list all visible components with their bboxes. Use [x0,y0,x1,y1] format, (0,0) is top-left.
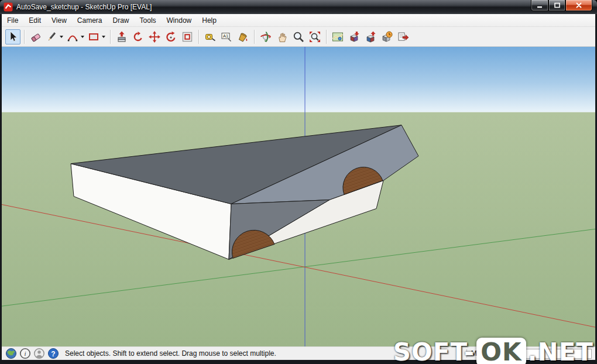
toolbar-separator [198,30,199,44]
line-dropdown-arrow-icon[interactable] [60,36,63,38]
addlocation-tool-button[interactable] [330,29,345,44]
pan-tool-button[interactable] [275,29,290,44]
offset-icon [181,31,193,43]
watermark-part1: SOFT- [393,338,475,364]
sendlayout-tool-button[interactable] [396,29,411,44]
rectangle-tool-button[interactable] [87,29,107,44]
sharemodel-icon [365,31,376,43]
toolbar-separator [110,30,111,44]
rectangle-dropdown-arrow-icon[interactable] [102,36,105,38]
orbit-tool-button[interactable] [258,29,273,44]
status-message: Select objects. Shift to extend select. … [65,349,276,358]
eraser-icon [30,31,42,43]
watermark-part3: .NET [528,338,593,364]
pan-icon [276,31,288,43]
sendlayout-icon [397,31,409,43]
text-tool-button[interactable]: A1 [219,29,234,44]
rotate-tool-button[interactable] [163,29,179,44]
svg-text:?: ? [51,350,55,358]
sky [2,47,595,112]
addlocation-icon [332,31,344,43]
zoomext-tool-button[interactable] [307,29,322,44]
arc-icon [67,31,78,43]
signin-status-icon[interactable] [33,348,45,359]
3d-scene [2,47,595,346]
select-tool-button[interactable] [5,29,20,44]
menu-camera[interactable]: Camera [72,15,108,26]
toolbar-separator [326,30,327,44]
window-frame: FileEditViewCameraDrawToolsWindowHelp A1 [2,14,595,360]
close-button[interactable] [565,0,592,11]
toolbar: A1 [2,27,595,47]
select-icon [7,31,19,43]
status-icons: i? [5,348,59,359]
help-status-icon[interactable]: ? [47,348,59,359]
pushpull-icon [116,31,128,43]
svg-text:A1: A1 [223,33,228,39]
toolbar-separator [24,30,25,44]
pushpull-tool-button[interactable] [114,29,129,44]
move-icon [149,31,160,43]
menu-edit[interactable]: Edit [23,15,46,26]
sharemodel-tool-button[interactable] [363,29,378,44]
toolbar-separator [254,30,255,44]
tape-tool-button[interactable] [203,29,218,44]
cubeclock-icon [381,31,393,43]
svg-text:i: i [24,350,26,357]
app-window: AutoSave_sketchup - SketchUp Pro [EVAL] … [0,0,597,364]
watermark-part2: OK [476,338,526,364]
arc-tool-button[interactable] [66,29,85,44]
eraser-tool-button[interactable] [28,29,43,44]
zoom-icon [293,31,304,43]
followme-icon [132,31,144,43]
line-tool-button[interactable] [44,29,64,44]
followme-tool-button[interactable] [131,29,146,44]
sketchup-logo-icon [4,2,13,12]
viewport-canvas[interactable] [2,47,595,346]
menu-bar: FileEditViewCameraDrawToolsWindowHelp [2,14,595,27]
credits-status-icon[interactable]: i [19,348,31,359]
bucket-tool-button[interactable] [235,29,251,44]
menu-window[interactable]: Window [162,15,197,26]
cubeclock-tool-button[interactable] [379,29,394,44]
menu-help[interactable]: Help [197,15,222,26]
arc-dropdown-arrow-icon[interactable] [81,36,84,38]
minimize-button[interactable] [531,0,548,11]
text-icon: A1 [221,31,232,43]
watermark: SOFT- OK .NET [393,338,593,364]
zoomext-icon [309,31,321,43]
rotate-icon [165,31,177,43]
menu-file[interactable]: File [2,15,23,26]
titlebar: AutoSave_sketchup - SketchUp Pro [EVAL] [0,0,597,14]
window-controls [531,0,592,11]
rectangle-icon [88,31,100,43]
offset-tool-button[interactable] [180,29,195,44]
bucket-icon [237,31,249,43]
getmodels-icon [348,31,360,43]
getmodels-tool-button[interactable] [346,29,362,44]
orbit-icon [260,31,272,43]
menu-draw[interactable]: Draw [108,15,135,26]
zoom-tool-button[interactable] [291,29,306,44]
menu-tools[interactable]: Tools [135,15,162,26]
move-tool-button[interactable] [147,29,162,44]
window-title: AutoSave_sketchup - SketchUp Pro [EVAL] [16,3,152,11]
geo-status-icon[interactable] [5,348,17,359]
tape-icon [204,31,216,43]
maximize-button[interactable] [548,0,565,11]
line-icon [46,31,57,43]
menu-view[interactable]: View [46,15,72,26]
